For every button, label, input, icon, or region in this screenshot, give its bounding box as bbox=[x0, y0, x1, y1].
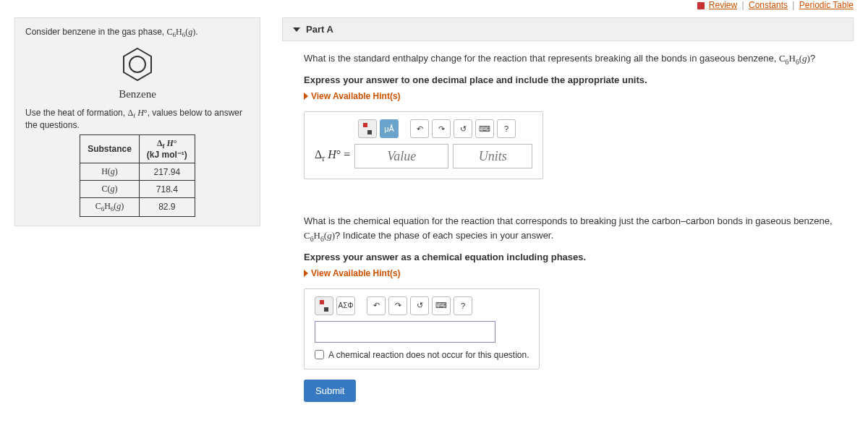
help-button[interactable]: ? bbox=[454, 296, 472, 315]
question-1-text: What is the standard enthalpy change for… bbox=[304, 51, 848, 67]
undo-button[interactable]: ↶ bbox=[367, 296, 386, 315]
keyboard-button[interactable]: ⌨ bbox=[475, 119, 494, 138]
template-button[interactable] bbox=[358, 119, 377, 138]
caret-right-icon bbox=[304, 270, 308, 277]
numeric-answer-widget: μÅ ↶ ↷ ↺ ⌨ ? Δr H° = bbox=[304, 111, 543, 179]
col-substance: Substance bbox=[80, 134, 140, 163]
submit-button[interactable]: Submit bbox=[304, 380, 356, 402]
svg-point-1 bbox=[129, 56, 145, 72]
redo-button[interactable]: ↷ bbox=[388, 296, 407, 315]
heat-of-formation-text: Use the heat of formation, Δf H°, values… bbox=[25, 108, 250, 129]
table-row: C(g) 718.4 bbox=[80, 181, 195, 198]
chem-answer-widget: ΑΣΦ ↶ ↷ ↺ ⌨ ? A chemical reaction does n… bbox=[304, 288, 540, 369]
table-row: H(g) 217.94 bbox=[80, 163, 195, 181]
answer-toolbar-2: ΑΣΦ ↶ ↷ ↺ ⌨ ? bbox=[315, 296, 529, 315]
answer-prefix: Δr H° = bbox=[315, 148, 350, 164]
view-hints-1[interactable]: View Available Hint(s) bbox=[304, 91, 848, 101]
answer-toolbar-1: μÅ ↶ ↷ ↺ ⌨ ? bbox=[358, 119, 532, 138]
svg-marker-0 bbox=[124, 48, 151, 80]
view-hints-2[interactable]: View Available Hint(s) bbox=[304, 268, 854, 278]
periodic-table-link[interactable]: Periodic Table bbox=[799, 0, 854, 10]
question-2-text: What is the chemical equation for the re… bbox=[304, 214, 854, 244]
col-dfh: Δf H° (kJ mol⁻¹) bbox=[139, 134, 195, 163]
reset-button[interactable]: ↺ bbox=[454, 119, 472, 138]
benzene-icon bbox=[119, 46, 156, 83]
reset-button[interactable]: ↺ bbox=[410, 296, 429, 315]
no-reaction-label: A chemical reaction does not occur for t… bbox=[328, 350, 529, 360]
resource-links: Review | Constants | Periodic Table bbox=[0, 0, 868, 17]
constants-link[interactable]: Constants bbox=[749, 0, 788, 10]
question-1-instructions: Express your answer to one decimal place… bbox=[304, 74, 848, 85]
help-button[interactable]: ? bbox=[497, 119, 516, 138]
problem-context-panel: Consider benzene in the gas phase, C6H6(… bbox=[14, 17, 260, 226]
table-row: C6H6(g) 82.9 bbox=[80, 198, 195, 216]
intro-text: Consider benzene in the gas phase, C6H6(… bbox=[25, 27, 250, 38]
review-link[interactable]: Review bbox=[709, 0, 737, 10]
benzene-label: Benzene bbox=[25, 88, 250, 100]
undo-button[interactable]: ↶ bbox=[410, 119, 429, 138]
symbols-button[interactable]: μÅ bbox=[380, 119, 399, 138]
part-a-header[interactable]: Part A bbox=[282, 17, 854, 41]
question-2-instructions: Express your answer as a chemical equati… bbox=[304, 252, 854, 262]
formation-table: Substance Δf H° (kJ mol⁻¹) H(g) 217.94 C… bbox=[80, 134, 195, 217]
template-button[interactable] bbox=[315, 296, 333, 315]
caret-right-icon bbox=[304, 93, 308, 100]
chem-equation-input[interactable] bbox=[315, 321, 495, 343]
part-label: Part A bbox=[306, 24, 333, 35]
redo-button[interactable]: ↷ bbox=[432, 119, 451, 138]
units-input[interactable] bbox=[453, 144, 532, 168]
swatch-icon bbox=[697, 2, 705, 9]
value-input[interactable] bbox=[354, 144, 448, 168]
keyboard-button[interactable]: ⌨ bbox=[432, 296, 451, 315]
benzene-figure: Benzene bbox=[25, 46, 250, 100]
no-reaction-checkbox[interactable] bbox=[315, 350, 324, 359]
chevron-down-icon bbox=[293, 27, 300, 32]
greek-button[interactable]: ΑΣΦ bbox=[336, 296, 355, 315]
